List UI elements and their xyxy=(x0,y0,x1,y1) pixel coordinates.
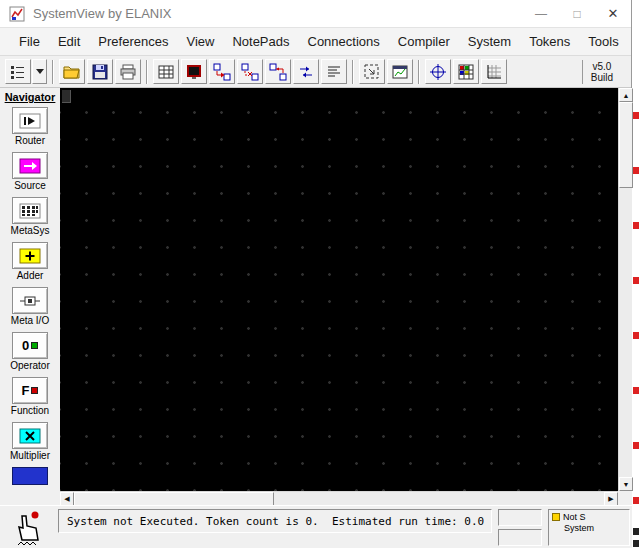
status-message: System not Executed. Token count is 0. E… xyxy=(67,515,492,528)
print-button[interactable] xyxy=(115,59,141,84)
menu-notepads[interactable]: NotePads xyxy=(223,28,298,55)
meta-io-token-button[interactable] xyxy=(12,287,48,314)
hand-cursor-icon xyxy=(10,508,48,548)
function-token-button[interactable]: F xyxy=(12,377,48,404)
sidebar-item-meta-io: Meta I/O xyxy=(0,287,60,326)
menu-file[interactable]: File xyxy=(10,28,49,55)
system-flag-panel: Not S System xyxy=(548,509,630,546)
open-file-button[interactable] xyxy=(59,59,85,84)
menu-view[interactable]: View xyxy=(177,28,223,55)
version-line1: v5.0 xyxy=(591,61,613,72)
function-label: Function xyxy=(11,405,49,416)
graph-axes-button[interactable] xyxy=(481,59,507,84)
menu-tokens[interactable]: Tokens xyxy=(520,28,579,55)
menu-preferences[interactable]: Preferences xyxy=(89,28,177,55)
toolbar-separator xyxy=(418,60,420,84)
exchange-tokens-button[interactable] xyxy=(293,59,319,84)
menu-compiler[interactable]: Compiler xyxy=(389,28,459,55)
save-icon xyxy=(91,63,109,81)
source-token-button[interactable] xyxy=(12,152,48,179)
cursor-target-button[interactable] xyxy=(425,59,451,84)
design-table-button[interactable] xyxy=(153,59,179,84)
version-line2: Build xyxy=(591,72,613,83)
main-area: Navigator Router xyxy=(0,88,632,505)
adder-label: Adder xyxy=(17,270,44,281)
token-navigator: Navigator Router xyxy=(0,88,60,505)
disconnect-tokens-button[interactable] xyxy=(237,59,263,84)
toolbar-separator xyxy=(52,60,54,84)
menu-tools[interactable]: Tools xyxy=(579,28,627,55)
scroll-right-button[interactable]: ▶ xyxy=(604,492,618,506)
sidebar-item-metasys: MetaSys xyxy=(0,197,60,236)
multiplier-token-button[interactable] xyxy=(12,422,48,449)
navigator-header[interactable]: Navigator xyxy=(0,91,60,103)
multiplier-label: Multiplier xyxy=(10,450,50,461)
menu-connections[interactable]: Connections xyxy=(299,28,389,55)
sidebar-item-adder: Adder xyxy=(0,242,60,281)
sidebar-item-source: Source xyxy=(0,152,60,191)
notepad-icon xyxy=(325,63,343,81)
app-logo-icon xyxy=(9,6,25,22)
toolbar: v5.0 Build xyxy=(0,56,631,88)
menubar: File Edit Preferences View NotePads Conn… xyxy=(0,28,631,56)
horizontal-scroll-thumb[interactable] xyxy=(74,492,274,506)
adder-token-button[interactable] xyxy=(12,242,48,269)
disconnect-tokens-icon xyxy=(241,63,259,81)
open-folder-icon xyxy=(63,63,81,81)
window-controls: — □ ✕ xyxy=(523,0,631,27)
scrollbar-corner xyxy=(618,491,632,505)
menu-edit[interactable]: Edit xyxy=(49,28,89,55)
rewire-tokens-button[interactable] xyxy=(265,59,291,84)
source-label: Source xyxy=(14,180,46,191)
minimize-button[interactable]: — xyxy=(523,0,559,27)
close-button[interactable]: ✕ xyxy=(595,0,631,27)
metasys-icon xyxy=(19,203,41,219)
hand-cursor-area[interactable] xyxy=(0,506,58,548)
flag-line1: Not S xyxy=(563,512,586,522)
function-icon: F xyxy=(22,383,39,398)
statusbar: System not Executed. Token count is 0. E… xyxy=(0,505,632,548)
notepad-button[interactable] xyxy=(321,59,347,84)
analysis-window-icon xyxy=(391,63,409,81)
titlebar: SystemView by ELANIX — □ ✕ xyxy=(0,0,631,28)
sidebar-item-function: F Function xyxy=(0,377,60,416)
canvas-origin-marker xyxy=(62,90,71,103)
vertical-scrollbar[interactable]: ▲ ▼ xyxy=(618,88,632,491)
analysis-window-button[interactable] xyxy=(387,59,413,84)
scroll-down-button[interactable]: ▼ xyxy=(619,477,633,491)
scroll-up-button[interactable]: ▲ xyxy=(619,88,633,102)
scroll-left-button[interactable]: ◀ xyxy=(60,492,74,506)
horizontal-scrollbar[interactable]: ◀ ▶ xyxy=(60,491,618,505)
operator-token-button[interactable]: 0 xyxy=(12,332,48,359)
screen-edge-strip xyxy=(633,0,640,548)
operator-icon: 0 xyxy=(22,338,38,353)
metasys-token-button[interactable] xyxy=(12,197,48,224)
connect-tokens-button[interactable] xyxy=(209,59,235,84)
version-badge: v5.0 Build xyxy=(582,60,621,84)
adder-icon xyxy=(19,248,41,264)
vertical-scroll-thumb[interactable] xyxy=(619,102,633,188)
meta-io-icon xyxy=(19,293,41,309)
sidebar-item-multiplier: Multiplier xyxy=(0,422,60,461)
menu-system[interactable]: System xyxy=(459,28,520,55)
router-label: Router xyxy=(15,135,45,146)
window-title: SystemView by ELANIX xyxy=(33,6,171,21)
select-region-button[interactable] xyxy=(359,59,385,84)
select-region-icon xyxy=(363,63,381,81)
flag-line2: System xyxy=(564,523,626,533)
meta-io-label: Meta I/O xyxy=(11,315,49,326)
status-message-panel: System not Executed. Token count is 0. E… xyxy=(58,509,492,533)
save-button[interactable] xyxy=(87,59,113,84)
router-token-button[interactable] xyxy=(12,107,48,134)
connect-tokens-icon xyxy=(213,63,231,81)
flag-yellow-icon xyxy=(552,513,560,521)
redraw-screen-button[interactable] xyxy=(181,59,207,84)
chevron-down-icon xyxy=(36,69,44,78)
token-dropdown-button[interactable] xyxy=(32,59,47,84)
token-reservoir-button[interactable] xyxy=(5,59,31,84)
color-map-button[interactable] xyxy=(453,59,479,84)
rewire-tokens-icon xyxy=(269,63,287,81)
design-canvas[interactable] xyxy=(60,88,618,491)
maximize-button[interactable]: □ xyxy=(559,0,595,27)
partial-token-button[interactable] xyxy=(12,467,48,485)
